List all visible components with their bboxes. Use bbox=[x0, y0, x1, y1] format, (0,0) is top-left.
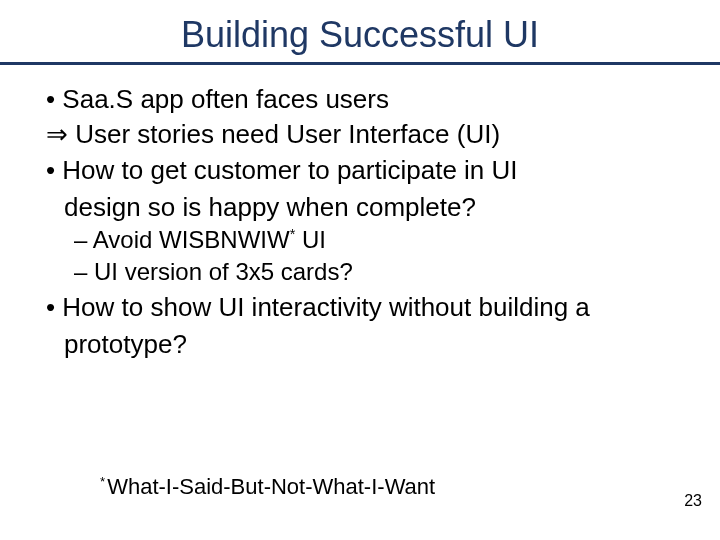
bullet-3: How to get customer to participate in UI bbox=[30, 154, 690, 187]
bullet-1-text: Saa.S app often faces users bbox=[62, 84, 389, 114]
sub-bullet-2-text: UI version of 3x5 cards? bbox=[94, 258, 353, 285]
sub-bullet-1: Avoid WISBNWIW* UI bbox=[30, 225, 690, 255]
asterisk-icon: * bbox=[100, 474, 105, 489]
bullet-4: How to show UI interactivity without bui… bbox=[30, 291, 690, 324]
bullet-2-text: User stories need User Interface (UI) bbox=[75, 119, 500, 149]
sub-bullet-2: UI version of 3x5 cards? bbox=[30, 257, 690, 287]
bullet-4-cont: prototype? bbox=[30, 328, 690, 361]
bullet-4-text-line1: How to show UI interactivity without bui… bbox=[62, 292, 589, 322]
bullet-4-text-line2: prototype? bbox=[64, 329, 187, 359]
page-number: 23 bbox=[684, 492, 702, 510]
bullet-1: Saa.S app often faces users bbox=[30, 83, 690, 116]
slide: Building Successful UI Saa.S app often f… bbox=[0, 0, 720, 540]
bullet-3-text-line2: design so is happy when complete? bbox=[64, 192, 476, 222]
footnote: *What-I-Said-But-Not-What-I-Want bbox=[100, 474, 435, 500]
bullet-2: ⇒ User stories need User Interface (UI) bbox=[30, 118, 690, 151]
footnote-text: What-I-Said-But-Not-What-I-Want bbox=[107, 474, 435, 499]
sub-bullet-1-prefix: Avoid WISBNWIW bbox=[93, 226, 290, 253]
bullet-3-text-line1: How to get customer to participate in UI bbox=[62, 155, 517, 185]
sub-bullet-1-suffix: UI bbox=[295, 226, 326, 253]
title-rule bbox=[0, 62, 720, 65]
slide-title: Building Successful UI bbox=[0, 0, 720, 62]
slide-body: Saa.S app often faces users ⇒ User stori… bbox=[0, 83, 720, 360]
bullet-3-cont: design so is happy when complete? bbox=[30, 191, 690, 224]
implies-arrow: ⇒ bbox=[46, 119, 68, 149]
